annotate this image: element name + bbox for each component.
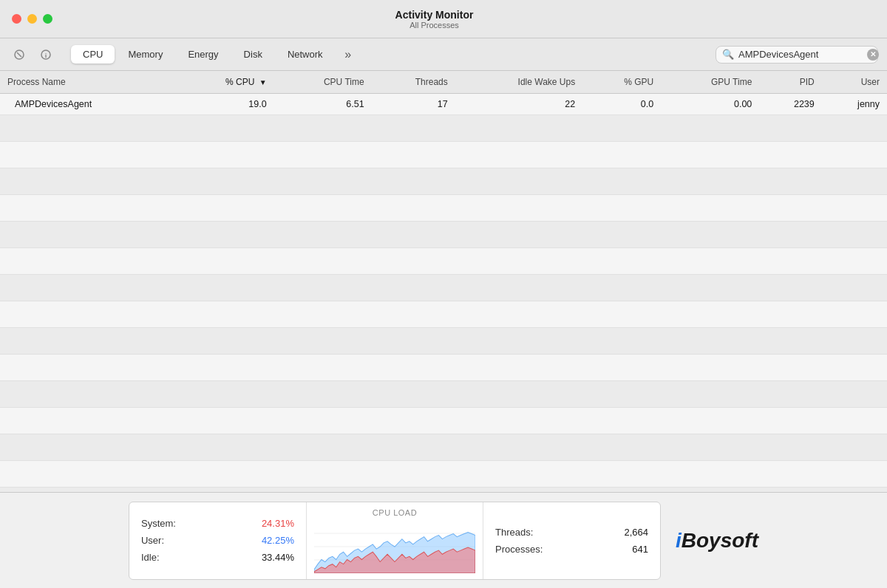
col-cpu-time[interactable]: CPU Time bbox=[274, 71, 372, 94]
empty-row bbox=[0, 355, 887, 381]
user-label: User: bbox=[141, 535, 164, 546]
col-gpu-time[interactable]: GPU Time bbox=[661, 71, 759, 94]
empty-row bbox=[0, 301, 887, 328]
cell-pid: 2239 bbox=[759, 94, 821, 115]
user-stat-row: User: 42.25% bbox=[141, 535, 294, 546]
cell-process-name: AMPDevicesAgent bbox=[0, 94, 175, 115]
toolbar: i CPU Memory Energy Disk Network » 🔍 ✕ bbox=[0, 38, 887, 71]
empty-row bbox=[0, 115, 887, 142]
tab-cpu[interactable]: CPU bbox=[71, 45, 115, 64]
col-process-name[interactable]: Process Name bbox=[0, 71, 175, 94]
empty-row bbox=[0, 195, 887, 222]
processes-value: 641 bbox=[632, 544, 648, 555]
col-user[interactable]: User bbox=[822, 71, 887, 94]
empty-row bbox=[0, 434, 887, 461]
table-header-row: Process Name % CPU ▼ CPU Time Threads Id… bbox=[0, 71, 887, 94]
system-value: 24.31% bbox=[262, 518, 294, 529]
titlebar: Activity Monitor All Processes bbox=[0, 0, 887, 38]
cell-threads: 17 bbox=[372, 94, 455, 115]
cell-user: jenny bbox=[822, 94, 887, 115]
process-table-container: Process Name % CPU ▼ CPU Time Threads Id… bbox=[0, 71, 887, 492]
search-icon: 🔍 bbox=[722, 49, 734, 60]
empty-row bbox=[0, 381, 887, 408]
cell-gpu-pct: 0.0 bbox=[582, 94, 661, 115]
processes-label: Processes: bbox=[495, 544, 543, 555]
cell-gpu-time: 0.00 bbox=[661, 94, 759, 115]
user-value: 42.25% bbox=[262, 535, 294, 546]
cpu-stats-right: Threads: 2,664 Processes: 641 bbox=[483, 502, 660, 579]
col-idle-wakeups[interactable]: Idle Wake Ups bbox=[455, 71, 582, 94]
process-table: Process Name % CPU ▼ CPU Time Threads Id… bbox=[0, 71, 887, 492]
search-input[interactable] bbox=[738, 49, 863, 60]
svg-line-1 bbox=[17, 52, 21, 57]
info-button[interactable]: i bbox=[35, 44, 56, 65]
tab-network[interactable]: Network bbox=[276, 45, 335, 64]
empty-row bbox=[0, 248, 887, 275]
cell-cpu-time: 6.51 bbox=[274, 94, 372, 115]
bottom-panel: System: 24.31% User: 42.25% Idle: 33.44%… bbox=[0, 492, 887, 588]
table-row[interactable]: AMPDevicesAgent 19.0 6.51 17 22 0.0 0.00… bbox=[0, 94, 887, 115]
col-pid[interactable]: PID bbox=[759, 71, 821, 94]
cpu-stats-box: System: 24.31% User: 42.25% Idle: 33.44%… bbox=[129, 502, 661, 580]
system-label: System: bbox=[141, 518, 176, 529]
stop-icon bbox=[14, 49, 24, 60]
more-button[interactable]: » bbox=[338, 44, 358, 65]
empty-row bbox=[0, 275, 887, 301]
idle-label: Idle: bbox=[141, 552, 160, 563]
processes-stat-row: Processes: 641 bbox=[495, 544, 648, 555]
col-cpu-pct[interactable]: % CPU ▼ bbox=[175, 71, 274, 94]
empty-row bbox=[0, 168, 887, 195]
col-gpu-pct[interactable]: % GPU bbox=[582, 71, 661, 94]
app-title-group: Activity Monitor All Processes bbox=[0, 9, 875, 30]
cell-cpu-pct: 19.0 bbox=[175, 94, 274, 115]
sort-arrow: ▼ bbox=[259, 78, 267, 86]
idle-stat-row: Idle: 33.44% bbox=[141, 552, 294, 563]
empty-row bbox=[0, 222, 887, 248]
tab-energy[interactable]: Energy bbox=[176, 45, 230, 64]
toolbar-actions: i bbox=[9, 44, 56, 65]
tab-memory[interactable]: Memory bbox=[116, 45, 174, 64]
stop-button[interactable] bbox=[9, 44, 30, 65]
search-clear-button[interactable]: ✕ bbox=[867, 49, 879, 61]
app-title: Activity Monitor bbox=[395, 9, 474, 21]
empty-row bbox=[0, 142, 887, 168]
empty-row bbox=[0, 461, 887, 488]
svg-text:i: i bbox=[45, 52, 47, 59]
cpu-stats-left: System: 24.31% User: 42.25% Idle: 33.44% bbox=[129, 502, 307, 579]
iboysoft-logo: iBoysoft bbox=[676, 529, 758, 553]
cpu-chart-area: CPU LOAD bbox=[307, 502, 483, 579]
col-threads[interactable]: Threads bbox=[372, 71, 455, 94]
empty-row bbox=[0, 328, 887, 355]
info-icon: i bbox=[41, 49, 51, 60]
cell-idle-wakeups: 22 bbox=[455, 94, 582, 115]
search-container: 🔍 ✕ bbox=[716, 46, 878, 64]
chart-title: CPU LOAD bbox=[373, 508, 417, 517]
threads-label: Threads: bbox=[495, 527, 533, 538]
system-stat-row: System: 24.31% bbox=[141, 518, 294, 529]
threads-value: 2,664 bbox=[624, 527, 648, 538]
tab-disk[interactable]: Disk bbox=[232, 45, 274, 64]
cpu-load-chart bbox=[314, 520, 475, 573]
idle-value: 33.44% bbox=[262, 552, 294, 563]
empty-row bbox=[0, 408, 887, 434]
threads-stat-row: Threads: 2,664 bbox=[495, 527, 648, 538]
app-subtitle: All Processes bbox=[409, 21, 459, 30]
tab-buttons: CPU Memory Energy Disk Network bbox=[71, 45, 335, 64]
